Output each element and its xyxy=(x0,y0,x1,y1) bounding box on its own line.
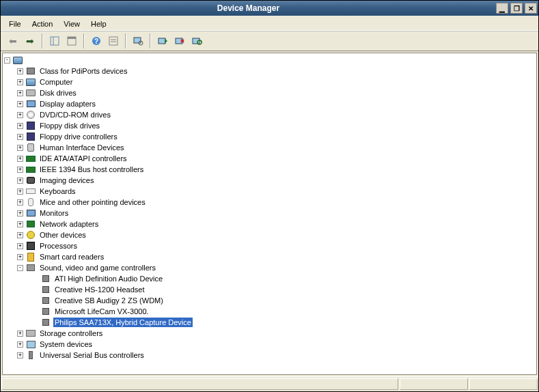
device-label[interactable]: ATI High Definition Audio Device xyxy=(53,274,164,283)
disable-button[interactable] xyxy=(189,33,205,49)
category-label[interactable]: Monitors xyxy=(38,208,70,218)
category-label[interactable]: Display adapters xyxy=(38,99,97,109)
category-label[interactable]: Floppy disk drives xyxy=(38,121,101,130)
expand-icon[interactable]: + xyxy=(17,101,23,107)
net-icon xyxy=(25,219,36,229)
category-label[interactable]: Mice and other pointing devices xyxy=(38,197,147,207)
expand-icon[interactable]: + xyxy=(17,167,23,173)
category-label[interactable]: System devices xyxy=(38,339,94,349)
tree-view[interactable]: - +Class for PdiPorts devices+Computer+D… xyxy=(2,53,537,375)
expand-icon[interactable]: + xyxy=(17,79,23,85)
tree-category[interactable]: +IEEE 1394 Bus host controllers xyxy=(17,164,536,175)
expand-icon[interactable]: + xyxy=(17,341,23,348)
expand-icon[interactable]: + xyxy=(17,331,23,337)
category-label[interactable]: IDE ATA/ATAPI controllers xyxy=(38,154,128,163)
category-label[interactable]: Keyboards xyxy=(38,186,77,196)
menu-file[interactable]: File xyxy=(3,18,27,29)
tree-device[interactable]: ATI High Definition Audio Device xyxy=(30,273,536,284)
tree-device[interactable]: Microsoft LifeCam VX-3000. xyxy=(30,306,536,317)
show-hidden-button[interactable] xyxy=(105,33,122,49)
forward-button[interactable]: ➡ xyxy=(22,33,38,49)
uninstall-button[interactable] xyxy=(171,33,188,49)
category-label[interactable]: Class for PdiPorts devices xyxy=(38,66,128,76)
expand-icon[interactable]: + xyxy=(17,352,23,359)
expand-icon[interactable]: + xyxy=(17,178,23,184)
category-label[interactable]: Disk drives xyxy=(38,88,78,98)
category-label[interactable]: Universal Serial Bus controllers xyxy=(38,350,146,360)
menu-action[interactable]: Action xyxy=(27,18,59,29)
collapse-icon[interactable]: - xyxy=(4,57,10,64)
tree-category[interactable]: +Class for PdiPorts devices xyxy=(17,66,536,76)
expand-icon[interactable]: + xyxy=(17,254,23,260)
expand-icon[interactable]: + xyxy=(17,232,23,238)
help-button[interactable]: ? xyxy=(88,33,105,49)
tree-device[interactable]: Creative HS-1200 Headset xyxy=(30,284,536,295)
expand-icon[interactable]: + xyxy=(17,188,23,195)
tree-category[interactable]: +Processors xyxy=(17,240,536,251)
expand-icon[interactable]: + xyxy=(17,123,23,129)
expand-icon[interactable]: + xyxy=(17,243,23,249)
device-label[interactable]: Microsoft LifeCam VX-3000. xyxy=(53,307,150,316)
category-label[interactable]: Network adapters xyxy=(38,219,100,229)
scan-button[interactable] xyxy=(130,33,146,49)
tree-root-node[interactable]: - +Class for PdiPorts devices+Computer+D… xyxy=(4,55,536,361)
tree-category[interactable]: +Human Interface Devices xyxy=(17,142,536,153)
update-driver-button[interactable] xyxy=(154,33,171,49)
tree-category[interactable]: +System devices xyxy=(17,339,536,350)
tree-category[interactable]: +Keyboards xyxy=(17,186,536,197)
tree-category[interactable]: +Storage controllers xyxy=(17,328,536,339)
collapse-icon[interactable]: - xyxy=(17,265,23,271)
tree-category[interactable]: +Floppy disk drives xyxy=(17,120,536,131)
tree-device[interactable]: Creative SB Audigy 2 ZS (WDM) xyxy=(30,295,536,306)
category-label[interactable]: Floppy drive controllers xyxy=(38,132,119,141)
tree-category[interactable]: +Smart card readers xyxy=(17,251,536,262)
category-label[interactable]: Human Interface Devices xyxy=(38,143,126,152)
console-tree-button[interactable] xyxy=(46,33,63,49)
category-label[interactable]: IEEE 1394 Bus host controllers xyxy=(38,165,145,174)
tree-category[interactable]: +Mice and other pointing devices xyxy=(17,197,536,208)
expand-icon[interactable]: + xyxy=(17,112,23,118)
tree-device[interactable]: Philips SAA713X, Hybrid Capture Device xyxy=(30,317,536,328)
back-button[interactable]: ⬅ xyxy=(5,33,21,49)
titlebar[interactable]: Device Manager ▁ ❐ ✕ xyxy=(1,1,538,16)
category-label[interactable]: Other devices xyxy=(38,230,87,240)
maximize-button[interactable]: ❐ xyxy=(510,3,523,14)
expand-icon[interactable]: + xyxy=(17,68,23,74)
root-label[interactable] xyxy=(25,59,28,61)
device-label[interactable]: Creative SB Audigy 2 ZS (WDM) xyxy=(53,296,165,305)
expand-icon[interactable]: + xyxy=(17,199,23,206)
close-button[interactable]: ✕ xyxy=(525,3,537,14)
minimize-button[interactable]: ▁ xyxy=(496,3,508,14)
expand-icon[interactable]: + xyxy=(17,221,23,227)
category-label[interactable]: Sound, video and game controllers xyxy=(38,263,157,272)
expand-icon[interactable]: + xyxy=(17,145,23,151)
menu-help[interactable]: Help xyxy=(85,18,112,29)
tree-category[interactable]: +Floppy drive controllers xyxy=(17,131,536,142)
expand-icon[interactable]: + xyxy=(17,134,23,140)
category-label[interactable]: Smart card readers xyxy=(38,252,105,262)
tree-category[interactable]: +Network adapters xyxy=(17,219,536,229)
category-label[interactable]: Processors xyxy=(38,241,79,251)
tree-category[interactable]: +IDE ATA/ATAPI controllers xyxy=(17,153,536,164)
device-label[interactable]: Creative HS-1200 Headset xyxy=(53,285,146,294)
tree-category[interactable]: +DVD/CD-ROM drives xyxy=(17,109,536,120)
svg-marker-12 xyxy=(165,38,167,44)
menu-view[interactable]: View xyxy=(58,18,85,29)
tree-category[interactable]: +Universal Serial Bus controllers xyxy=(17,350,536,361)
category-label[interactable]: DVD/CD-ROM drives xyxy=(38,110,112,120)
tree-category[interactable]: +Display adapters xyxy=(17,98,536,109)
category-label[interactable]: Storage controllers xyxy=(38,328,104,338)
tree-category[interactable]: +Imaging devices xyxy=(17,175,536,186)
expand-icon[interactable]: + xyxy=(17,210,23,216)
category-label[interactable]: Computer xyxy=(38,77,74,87)
properties-button[interactable] xyxy=(64,33,80,49)
tree-category[interactable]: +Monitors xyxy=(17,208,536,219)
category-label[interactable]: Imaging devices xyxy=(38,176,96,185)
tree-category[interactable]: -Sound, video and game controllers xyxy=(17,262,536,273)
expand-icon[interactable]: + xyxy=(17,156,23,162)
tree-category[interactable]: +Computer xyxy=(17,76,536,87)
device-label[interactable]: Philips SAA713X, Hybrid Capture Device xyxy=(53,318,193,327)
tree-category[interactable]: +Other devices xyxy=(17,229,536,240)
expand-icon[interactable]: + xyxy=(17,90,23,96)
tree-category[interactable]: +Disk drives xyxy=(17,87,536,98)
